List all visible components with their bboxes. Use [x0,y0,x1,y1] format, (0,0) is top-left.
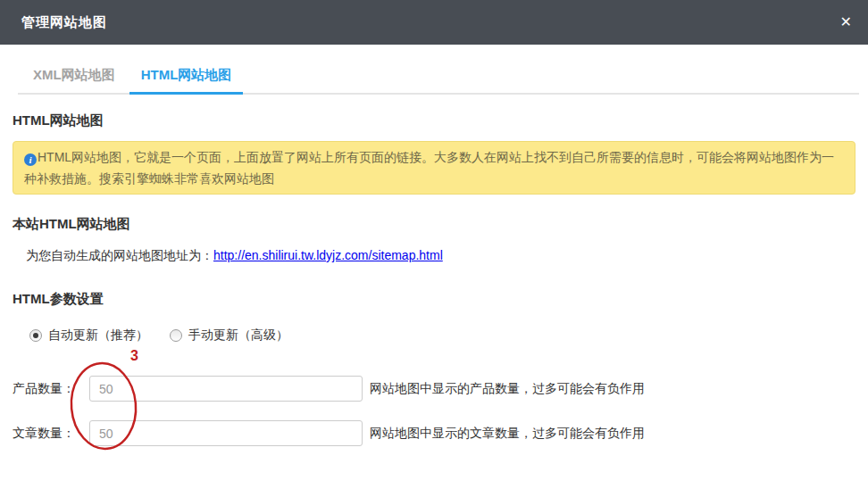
article-count-input[interactable] [89,420,363,446]
info-text: HTML网站地图，它就是一个页面，上面放置了网站上所有页面的链接。大多数人在网站… [24,150,834,186]
info-box: iHTML网站地图，它就是一个页面，上面放置了网站上所有页面的链接。大多数人在网… [13,141,855,195]
close-icon[interactable]: ✕ [840,15,852,29]
product-count-label: 产品数量： [13,381,89,397]
dialog-title: 管理网站地图 [21,14,107,31]
sitemap-url-intro: 为您自动生成的网站地图地址为： [26,248,213,262]
dialog-content: HTML网站地图 iHTML网站地图，它就是一个页面，上面放置了网站上所有页面的… [0,112,868,446]
product-count-input[interactable] [89,376,363,402]
radio-manual-update-label: 手动更新（高级） [188,327,288,344]
sitemap-link[interactable]: http://en.shilirui.tw.ldyjz.com/sitemap.… [213,248,443,262]
article-count-desc: 网站地图中显示的文章数量，过多可能会有负作用 [370,426,645,442]
update-mode-radios: 自动更新（推荐） 手动更新（高级） [29,327,855,344]
article-count-label: 文章数量： [13,426,89,442]
tab-xml-sitemap[interactable]: XML网站地图 [21,67,127,95]
radio-auto-update-label: 自动更新（推荐） [48,327,148,344]
site-sitemap-heading: 本站HTML网站地图 [13,216,855,233]
params-heading: HTML参数设置 [13,291,855,308]
radio-manual-update[interactable]: 手动更新（高级） [170,327,288,344]
dialog-header: 管理网站地图 ✕ [0,0,868,45]
sitemap-url-row: 为您自动生成的网站地图地址为：http://en.shilirui.tw.ldy… [26,248,855,264]
radio-auto-update[interactable]: 自动更新（推荐） [29,327,148,344]
radio-button-icon[interactable] [170,329,182,342]
params-form: 产品数量： 网站地图中显示的产品数量，过多可能会有负作用 文章数量： 网站地图中… [13,376,855,446]
info-icon: i [24,153,37,166]
tab-bar: XML网站地图 HTML网站地图 [18,45,859,95]
product-count-desc: 网站地图中显示的产品数量，过多可能会有负作用 [370,381,645,397]
product-count-row: 产品数量： 网站地图中显示的产品数量，过多可能会有负作用 [13,376,855,402]
article-count-row: 文章数量： 网站地图中显示的文章数量，过多可能会有负作用 [13,420,855,446]
radio-button-icon[interactable] [29,329,42,342]
html-sitemap-heading: HTML网站地图 [13,112,855,129]
tab-html-sitemap[interactable]: HTML网站地图 [129,67,244,95]
manage-sitemap-dialog: 管理网站地图 ✕ XML网站地图 HTML网站地图 HTML网站地图 iHTML… [0,0,868,489]
